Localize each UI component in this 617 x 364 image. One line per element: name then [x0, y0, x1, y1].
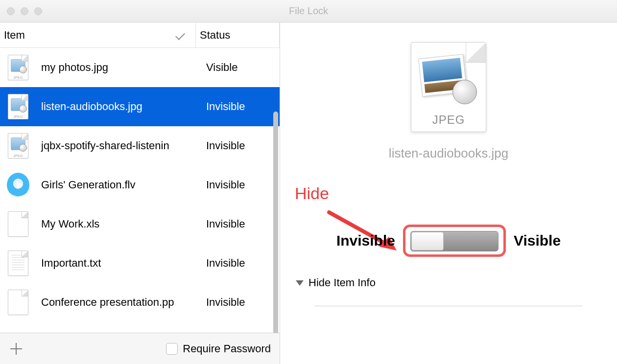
invisible-label: Invisible — [336, 232, 395, 249]
minimize-window-button[interactable] — [21, 7, 28, 15]
hide-item-info-toggle[interactable]: Hide Item Info — [296, 276, 617, 289]
loupe-icon — [452, 80, 477, 104]
disclosure-triangle-icon — [296, 280, 304, 286]
file-name: listen-audiobooks.jpg — [29, 100, 206, 113]
column-headers: Item Status — [0, 23, 280, 48]
traffic-lights — [0, 7, 42, 15]
file-status: Invisible — [206, 100, 280, 113]
preview-filename: listen-audiobooks.jpg — [280, 146, 617, 161]
bottom-toolbar: Require Password — [0, 333, 280, 364]
file-status: Invisible — [206, 179, 280, 191]
file-list-pane: Item Status JPEG my photos.jpg Visible J… — [0, 23, 280, 364]
table-row[interactable]: JPEG jqbx-spotify-shared-listenin Invisi… — [0, 126, 280, 165]
table-row[interactable]: My Work.xls Invisible — [0, 205, 280, 244]
scrollbar-thumb[interactable] — [273, 112, 278, 333]
info-divider — [314, 306, 583, 306]
window-title: File Lock — [0, 5, 617, 17]
preview-file-icon: JPEG — [411, 42, 486, 132]
require-password-label: Require Password — [183, 342, 271, 355]
file-list[interactable]: JPEG my photos.jpg Visible JPEG listen-a… — [0, 48, 280, 333]
column-header-status-label: Status — [200, 29, 230, 42]
toggle-knob — [411, 232, 444, 250]
file-name: Conference presentation.pp — [29, 296, 206, 309]
table-row[interactable]: JPEG listen-audiobooks.jpg Invisible — [0, 87, 280, 126]
visibility-toggle-row: Invisible Visible — [280, 225, 617, 257]
close-window-button[interactable] — [7, 7, 15, 15]
chevron-down-icon — [175, 30, 185, 40]
visibility-toggle[interactable] — [410, 231, 498, 251]
file-name: Girls' Generation.flv — [29, 179, 206, 191]
preview-pane: JPEG listen-audiobooks.jpg Hide Invisibl… — [280, 23, 617, 364]
add-button[interactable] — [9, 341, 24, 356]
jpeg-file-icon: JPEG — [7, 54, 29, 81]
column-header-item-label: Item — [4, 29, 25, 42]
column-header-status[interactable]: Status — [196, 23, 280, 47]
xls-file-icon — [7, 211, 29, 237]
hide-item-info-label: Hide Item Info — [308, 276, 376, 289]
file-name: My Work.xls — [29, 218, 206, 230]
file-status: Invisible — [206, 218, 280, 230]
table-row[interactable]: JPEG my photos.jpg Visible — [0, 48, 280, 87]
annotation-highlight-box — [403, 225, 506, 257]
table-row[interactable]: Girls' Generation.flv Invisible — [0, 165, 280, 205]
video-file-icon — [7, 172, 29, 198]
text-file-icon — [7, 250, 29, 276]
jpeg-file-icon: JPEG — [7, 133, 29, 159]
visible-label: Visible — [514, 232, 561, 249]
file-status: Invisible — [206, 257, 280, 270]
file-name: jqbx-spotify-shared-listenin — [29, 139, 206, 152]
preview-type-label: JPEG — [411, 113, 486, 127]
table-row[interactable]: Important.txt Invisible — [0, 244, 280, 283]
file-name: Important.txt — [29, 257, 206, 270]
checkbox-icon — [166, 343, 178, 355]
file-status: Visible — [206, 61, 280, 74]
title-bar: File Lock — [0, 0, 617, 23]
annotation-hide-label: Hide — [295, 184, 329, 203]
jpeg-file-icon: JPEG — [7, 93, 29, 120]
file-status: Invisible — [206, 139, 280, 152]
zoom-window-button[interactable] — [34, 7, 42, 15]
require-password-checkbox[interactable]: Require Password — [166, 342, 271, 355]
file-status: Invisible — [206, 296, 280, 309]
presentation-file-icon — [7, 289, 29, 316]
table-row[interactable]: Conference presentation.pp Invisible — [0, 283, 280, 322]
file-name: my photos.jpg — [29, 61, 206, 74]
column-header-item[interactable]: Item — [0, 23, 196, 47]
